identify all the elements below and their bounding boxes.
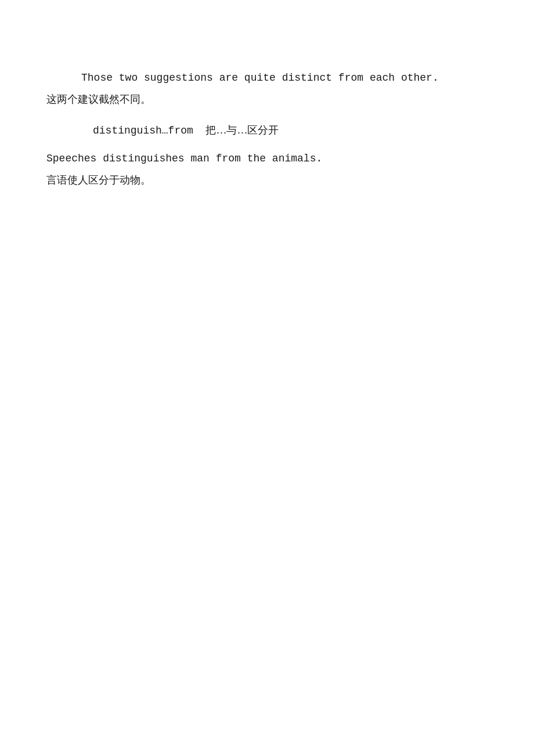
- sentence1-english: Those two suggestions are quite distinct…: [46, 70, 488, 87]
- phrase-english: distinguish…from: [93, 125, 193, 136]
- page-content: Those two suggestions are quite distinct…: [0, 0, 534, 249]
- phrase-line: distinguish…from 把…与…区分开: [46, 122, 488, 139]
- phrase-chinese: 把…与…区分开: [205, 124, 279, 136]
- sentence2-chinese: 言语使人区分于动物。: [46, 172, 488, 189]
- sentence2-english: Speeches distinguishes man from the anim…: [46, 150, 488, 167]
- sentence1-chinese: 这两个建议截然不同。: [46, 91, 488, 108]
